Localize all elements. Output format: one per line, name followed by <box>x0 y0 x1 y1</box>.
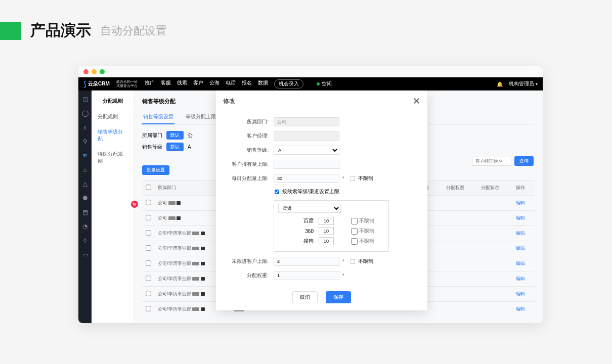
slide-header: 产品演示 自动分配设置 <box>0 0 612 51</box>
edit-link[interactable]: 编辑 <box>516 246 525 251</box>
label-holding: 客户持有量上限: <box>225 161 274 168</box>
chip-default[interactable]: 默认 <box>166 131 184 140</box>
edit-link[interactable]: 编辑 <box>516 306 525 311</box>
batch-settings-button[interactable]: 批量设置 <box>142 165 169 175</box>
window-titlebar <box>78 66 543 77</box>
nav-item[interactable]: 线索 <box>177 79 187 88</box>
channel-settings-box: 渠道 百度 不限制 360 不限制 搜狗 不限制 <box>274 200 389 252</box>
channel-row: 搜狗 不限制 <box>278 236 384 246</box>
row-checkbox[interactable] <box>146 291 151 296</box>
nav-item[interactable]: 公海 <box>209 79 220 88</box>
row-checkbox[interactable] <box>146 306 151 311</box>
logo-icon: ⟆ <box>83 80 86 88</box>
edit-link[interactable]: 编辑 <box>516 231 525 236</box>
edit-modal: 修改 ✕ 所属部门: 客户经理: 销售等级: A 客户持有量上限: <box>216 90 427 310</box>
nav-item[interactable]: 客服 <box>161 79 171 88</box>
channel-value-input[interactable] <box>319 237 334 245</box>
edit-link[interactable]: 编辑 <box>516 276 525 281</box>
cancel-button[interactable]: 取消 <box>292 291 318 303</box>
nav-item[interactable]: 推广 <box>145 79 155 88</box>
query-button[interactable]: 查询 <box>514 156 534 166</box>
label-unfollow: 未跟进客户上限: <box>225 258 274 265</box>
channel-limit-checkbox[interactable]: 按线索等级/渠道设置上限 <box>274 188 339 195</box>
rail-icon[interactable]: ▭ <box>82 251 88 258</box>
status-dot-icon <box>317 82 320 85</box>
rail-icon-active[interactable]: ≋ <box>82 152 88 159</box>
label-level: 销售等级: <box>225 147 274 154</box>
icon-rail: ◫ ◯ ⫾ ⚲ ≋ ⌂ △ ⚉ ▤ ◔ ◊ ▭ <box>78 90 92 323</box>
row-checkbox[interactable] <box>146 200 151 205</box>
maximize-icon[interactable] <box>100 69 105 74</box>
level-select[interactable]: A <box>274 146 339 155</box>
logo-tagline: 教育机构一站 式服务云平台 <box>114 80 138 87</box>
filter-extra: 公 <box>188 132 193 139</box>
channel-unlimited[interactable]: 不限制 <box>351 217 374 224</box>
row-checkbox[interactable] <box>146 276 151 281</box>
sidebar-item-allocation-rules[interactable]: 分配规则 <box>92 109 134 124</box>
weight-input[interactable] <box>274 271 339 280</box>
unlimited-daily[interactable]: 不限制 <box>349 175 373 182</box>
select-all-checkbox[interactable] <box>146 185 151 190</box>
channel-unlimited[interactable]: 不限制 <box>351 238 374 245</box>
label-dept: 所属部门: <box>225 118 274 125</box>
required-marker: * <box>342 259 344 264</box>
nav-pill-opportunity-entry[interactable]: 机会录入 <box>274 79 303 88</box>
nav-item[interactable]: 报名 <box>242 79 252 88</box>
row-checkbox[interactable] <box>146 215 151 220</box>
minimize-icon[interactable] <box>92 69 97 74</box>
close-icon[interactable]: ✕ <box>413 96 420 107</box>
close-icon[interactable] <box>83 69 89 74</box>
holding-input[interactable] <box>274 160 339 169</box>
daily-input[interactable] <box>274 174 339 183</box>
sidebar-title: 分配规则 <box>92 98 134 109</box>
row-checkbox[interactable] <box>146 245 151 250</box>
bell-icon[interactable]: 🔔 <box>497 81 503 87</box>
tab-sales-level-settings[interactable]: 销售等级设置 <box>142 110 174 124</box>
nav-item[interactable]: 电话 <box>226 79 236 88</box>
label-weight: 分配权重: <box>225 272 274 279</box>
unfollow-input[interactable] <box>274 257 339 266</box>
sidebar-item-sales-level[interactable]: 销售等级分配 <box>92 124 134 147</box>
unlimited-unfollow[interactable]: 不限制 <box>349 258 373 265</box>
chip-default[interactable]: 默认 <box>166 143 184 151</box>
rail-icon[interactable]: ⌂ <box>83 166 86 173</box>
filter-label: 销售等级 <box>142 144 162 151</box>
rail-icon[interactable]: ◔ <box>82 223 88 230</box>
appbar-right: 🔔 机构管理员 ▾ <box>497 80 538 87</box>
edit-link[interactable]: 编辑 <box>516 215 525 220</box>
channel-row: 360 不限制 <box>278 226 384 236</box>
rail-icon[interactable]: ◊ <box>83 237 86 244</box>
nav-item[interactable]: 客户 <box>193 79 203 88</box>
rail-icon[interactable]: ▤ <box>82 209 88 216</box>
slide-title: 产品演示 <box>30 20 91 41</box>
manager-name-input[interactable] <box>472 157 511 166</box>
rail-icon[interactable]: ⚉ <box>82 195 88 202</box>
user-menu[interactable]: 机构管理员 ▾ <box>509 80 538 87</box>
channel-value-input[interactable] <box>319 227 334 235</box>
save-button[interactable]: 保存 <box>326 291 351 303</box>
left-sidebar: 分配规则 分配规则 销售等级分配 特殊分配规则 框 <box>92 90 134 323</box>
nav-item[interactable]: 数据 <box>258 79 268 88</box>
logo-brand: 云朵CRM <box>88 80 110 87</box>
rail-icon[interactable]: △ <box>83 180 88 188</box>
tab-level-allocation-limit[interactable]: 等级分配上限 <box>185 110 217 124</box>
rail-icon[interactable]: ⫾ <box>83 124 86 131</box>
modal-title: 修改 <box>223 97 235 106</box>
rail-icon[interactable]: ◫ <box>82 96 88 103</box>
label-manager: 客户经理: <box>225 132 274 140</box>
sidebar-item-special-rules[interactable]: 特殊分配规则 <box>92 147 134 169</box>
dept-input <box>274 117 339 126</box>
channel-unlimited[interactable]: 不限制 <box>351 228 374 235</box>
edit-link[interactable]: 编辑 <box>516 261 525 266</box>
rail-icon[interactable]: ⚲ <box>83 138 88 145</box>
edit-link[interactable]: 编辑 <box>516 291 525 296</box>
row-checkbox[interactable] <box>146 230 151 235</box>
channel-value-input[interactable] <box>319 217 334 225</box>
rail-icon[interactable]: ◯ <box>82 110 89 117</box>
row-checkbox[interactable] <box>146 260 151 265</box>
label-daily: 每日分配量上限: <box>225 175 274 182</box>
accent-block <box>0 22 21 40</box>
modal-header: 修改 ✕ <box>216 90 427 112</box>
channel-type-select[interactable]: 渠道 <box>278 204 341 213</box>
edit-link[interactable]: 编辑 <box>516 200 525 205</box>
